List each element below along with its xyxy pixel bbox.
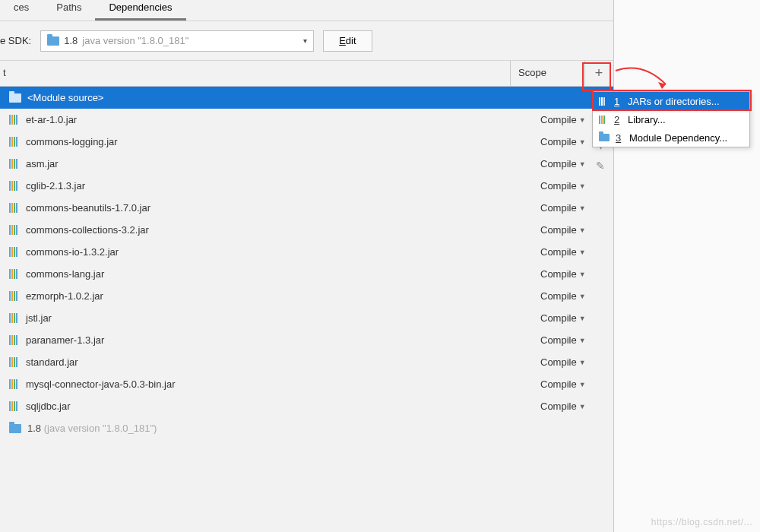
popup-item-number: 3 <box>616 132 623 144</box>
chevron-down-icon: ▼ <box>579 204 586 212</box>
dependency-scope[interactable]: Compile▼ <box>540 378 613 390</box>
dependency-row[interactable]: cglib-2.1.3.jarCompile▼ <box>0 175 613 197</box>
chevron-down-icon: ▼ <box>579 315 586 322</box>
jar-icon <box>9 357 20 367</box>
watermark: https://blog.csdn.net/... <box>651 517 752 527</box>
sdk-folder-icon <box>9 424 21 433</box>
jar-icon <box>9 225 20 235</box>
dependency-scope[interactable]: Compile▼ <box>540 334 613 346</box>
dropdown-arrow-icon: ▾ <box>303 36 307 45</box>
popup-library[interactable]: 2 Library... <box>593 110 749 128</box>
column-export[interactable]: t <box>0 61 511 86</box>
dependency-row[interactable]: sqljdbc.jarCompile▼ <box>0 395 613 417</box>
jar-icon <box>9 269 20 279</box>
tab-dependencies[interactable]: Dependencies <box>95 0 185 21</box>
sdk-label: e SDK: <box>0 35 31 46</box>
table-header: t Scope + <box>0 61 613 87</box>
chevron-down-icon: ▼ <box>579 271 586 278</box>
jar-icon <box>9 291 20 301</box>
library-icon <box>599 116 608 124</box>
sdk-version: 1.8 <box>64 35 78 46</box>
tab-paths[interactable]: Paths <box>43 0 95 21</box>
side-panel <box>614 0 760 532</box>
chevron-down-icon: ▼ <box>579 182 586 190</box>
dependency-scope[interactable]: Compile▼ <box>540 268 613 280</box>
dependency-scope[interactable]: Compile▼ <box>540 202 613 214</box>
chevron-down-icon: ▼ <box>579 160 586 168</box>
main-panel: ces Paths Dependencies e SDK: 1.8 java v… <box>0 0 614 532</box>
dependency-scope[interactable]: Compile▼ <box>540 312 613 324</box>
column-scope[interactable]: Scope <box>511 61 585 86</box>
dependency-scope[interactable]: Compile▼ <box>540 401 613 412</box>
dependency-name: paranamer-1.3.jar <box>26 334 534 346</box>
dependency-row[interactable]: commons-collections-3.2.jarCompile▼ <box>0 219 613 241</box>
tab-sources-partial[interactable]: ces <box>0 0 43 21</box>
dependency-row[interactable]: ezmorph-1.0.2.jarCompile▼ <box>0 285 613 307</box>
dependency-row[interactable]: mysql-connector-java-5.0.3-bin.jarCompil… <box>0 373 613 395</box>
popup-item-label: Library... <box>628 114 666 125</box>
dependency-scope[interactable]: Compile▼ <box>540 180 613 192</box>
dependency-row[interactable]: commons-lang.jarCompile▼ <box>0 263 613 285</box>
dependency-name: commons-beanutils-1.7.0.jar <box>26 202 534 214</box>
dependency-rows: <Module source> et-ar-1.0.jarCompile▼com… <box>0 87 613 439</box>
dependency-name: commons-logging.jar <box>26 136 534 147</box>
dependency-name: ezmorph-1.0.2.jar <box>26 290 534 302</box>
tabs-row: ces Paths Dependencies <box>0 0 613 21</box>
chevron-down-icon: ▼ <box>579 359 586 366</box>
popup-jars-or-directories[interactable]: 1 JARs or directories... <box>593 92 749 110</box>
sdk-row: e SDK: 1.8 java version "1.8.0_181" ▾ Ed… <box>0 21 613 61</box>
dependency-row[interactable]: standard.jarCompile▼ <box>0 351 613 373</box>
module-source-row[interactable]: <Module source> <box>0 87 613 109</box>
dependency-scope[interactable]: Compile▼ <box>540 224 613 236</box>
dependency-name: cglib-2.1.3.jar <box>26 180 534 192</box>
jar-icon <box>599 97 608 106</box>
chevron-down-icon: ▼ <box>579 249 586 256</box>
sdk-row-label: 1.8 (java version "1.8.0_181") <box>27 423 613 434</box>
chevron-down-icon: ▼ <box>579 381 586 388</box>
popup-module-dependency[interactable]: 3 Module Dependency... <box>593 128 749 147</box>
popup-item-label: Module Dependency... <box>629 132 727 144</box>
sdk-folder-icon <box>47 36 59 46</box>
edit-sdk-button[interactable]: Edit <box>323 30 372 52</box>
chevron-down-icon: ▼ <box>579 293 586 300</box>
dependency-name: standard.jar <box>26 356 534 368</box>
chevron-down-icon: ▼ <box>579 138 586 146</box>
module-source-label: <Module source> <box>27 92 613 103</box>
jar-icon <box>9 159 20 169</box>
edit-dependency-button[interactable]: ✎ <box>596 160 605 172</box>
jar-icon <box>9 313 20 323</box>
dependency-row[interactable]: asm.jarCompile▼ <box>0 153 613 175</box>
dependency-name: et-ar-1.0.jar <box>26 114 534 125</box>
dependency-row[interactable]: commons-logging.jarCompile▼ <box>0 131 613 153</box>
jar-icon <box>9 115 20 125</box>
dependency-scope[interactable]: Compile▼ <box>540 356 613 368</box>
dependency-scope[interactable]: Compile▼ <box>540 246 613 258</box>
dependency-row[interactable]: commons-io-1.3.2.jarCompile▼ <box>0 241 613 263</box>
add-dependency-button[interactable]: + <box>585 61 613 86</box>
module-icon <box>599 134 610 141</box>
dependency-row[interactable]: et-ar-1.0.jarCompile▼ <box>0 109 613 131</box>
jar-icon <box>9 181 20 191</box>
dependency-name: sqljdbc.jar <box>26 401 534 412</box>
chevron-down-icon: ▼ <box>579 226 586 234</box>
dependency-name: jstl.jar <box>26 312 534 324</box>
module-sdk-combo[interactable]: 1.8 java version "1.8.0_181" ▾ <box>40 30 314 52</box>
jar-icon <box>9 379 20 389</box>
sdk-desc: java version "1.8.0_181" <box>82 35 188 46</box>
jar-icon <box>9 335 20 345</box>
jar-icon <box>9 401 20 411</box>
jar-icon <box>9 247 20 257</box>
dependency-row[interactable]: paranamer-1.3.jarCompile▼ <box>0 329 613 351</box>
dependency-name: commons-io-1.3.2.jar <box>26 246 534 258</box>
dependency-row[interactable]: jstl.jarCompile▼ <box>0 307 613 329</box>
popup-item-label: JARs or directories... <box>628 96 720 107</box>
sdk-dependency-row[interactable]: 1.8 (java version "1.8.0_181") <box>0 417 613 439</box>
chevron-down-icon: ▼ <box>579 337 586 344</box>
module-folder-icon <box>9 93 21 103</box>
dependency-scope[interactable]: Compile▼ <box>540 290 613 302</box>
add-dependency-popup: 1 JARs or directories... 2 Library... 3 … <box>592 91 750 147</box>
dependency-name: asm.jar <box>26 158 534 169</box>
dependency-row[interactable]: commons-beanutils-1.7.0.jarCompile▼ <box>0 197 613 219</box>
dependency-name: mysql-connector-java-5.0.3-bin.jar <box>26 378 534 390</box>
jar-icon <box>9 203 20 213</box>
